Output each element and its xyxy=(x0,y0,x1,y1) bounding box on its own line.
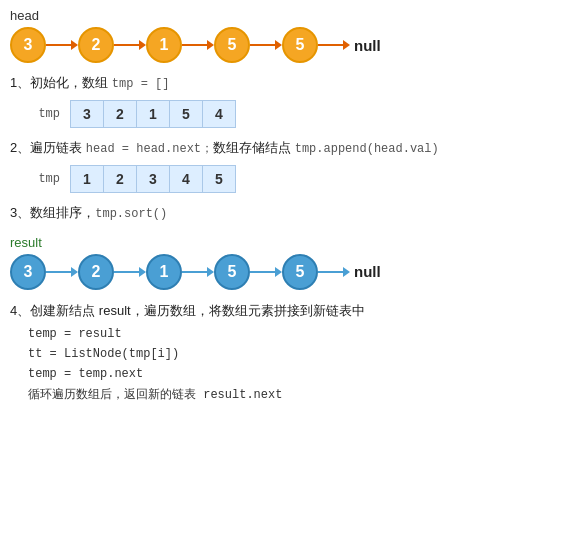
head-label: head xyxy=(10,8,574,23)
step1-array-label: tmp xyxy=(10,107,60,121)
cell-0: 3 xyxy=(70,100,104,128)
cell-4: 5 xyxy=(202,165,236,193)
step1-text: 1、初始化，数组 xyxy=(10,75,112,90)
step2-code1: head = head.next； xyxy=(86,142,213,156)
arrow-2 xyxy=(182,40,214,50)
cell-3: 4 xyxy=(169,165,203,193)
node-4: 5 xyxy=(282,254,318,290)
node-2: 1 xyxy=(146,254,182,290)
arrow-0 xyxy=(46,40,78,50)
step1-desc: 1、初始化，数组 tmp = [] xyxy=(10,73,574,94)
step3-section: 3、数组排序，tmp.sort() xyxy=(10,203,574,224)
step4-section: 4、创建新结点 result，遍历数组，将数组元素拼接到新链表中 temp = … xyxy=(10,300,574,406)
node-4: 5 xyxy=(282,27,318,63)
head-section: head 32155null xyxy=(10,8,574,63)
step4-code-block: temp = resulttt = ListNode(tmp[i])temp =… xyxy=(28,324,574,406)
code-line-0: temp = result xyxy=(28,324,574,344)
blue-linked-list: 32155null xyxy=(10,254,574,290)
step1-array-row: tmp 32154 xyxy=(10,100,574,128)
step1-section: 1、初始化，数组 tmp = [] tmp 32154 xyxy=(10,73,574,128)
arrow-3 xyxy=(250,40,282,50)
cell-2: 3 xyxy=(136,165,170,193)
node-1: 2 xyxy=(78,27,114,63)
code-line-3: 循环遍历数组后，返回新的链表 result.next xyxy=(28,385,574,405)
step2-desc: 2、遍历链表 head = head.next；数组存储结点 tmp.appen… xyxy=(10,138,574,159)
step1-array-cells: 32154 xyxy=(70,100,235,128)
code-line-2: temp = temp.next xyxy=(28,364,574,384)
arrow-4 xyxy=(318,267,350,277)
arrow-1 xyxy=(114,40,146,50)
step2-array-label: tmp xyxy=(10,172,60,186)
node-1: 2 xyxy=(78,254,114,290)
step2-text2: 数组存储结点 xyxy=(213,140,295,155)
step3-desc: 3、数组排序，tmp.sort() xyxy=(10,203,574,224)
cell-2: 1 xyxy=(136,100,170,128)
step3-code: tmp.sort() xyxy=(95,207,167,221)
arrow-4 xyxy=(318,40,350,50)
step2-array-row: tmp 12345 xyxy=(10,165,574,193)
step1-code: tmp = [] xyxy=(112,77,170,91)
cell-1: 2 xyxy=(103,100,137,128)
cell-0: 1 xyxy=(70,165,104,193)
step2-code2: tmp.append(head.val) xyxy=(295,142,439,156)
code-line-1: tt = ListNode(tmp[i]) xyxy=(28,344,574,364)
node-0: 3 xyxy=(10,27,46,63)
result-section: result 32155null xyxy=(10,235,574,290)
step2-section: 2、遍历链表 head = head.next；数组存储结点 tmp.appen… xyxy=(10,138,574,193)
arrow-3 xyxy=(250,267,282,277)
cell-4: 4 xyxy=(202,100,236,128)
step4-main-text: 4、创建新结点 result，遍历数组，将数组元素拼接到新链表中 xyxy=(10,300,574,322)
arrow-1 xyxy=(114,267,146,277)
step2-text1: 2、遍历链表 xyxy=(10,140,86,155)
node-3: 5 xyxy=(214,27,250,63)
result-label: result xyxy=(10,235,574,250)
step4-text: 4、创建新结点 result，遍历数组，将数组元素拼接到新链表中 xyxy=(10,303,365,318)
step3-text: 3、数组排序， xyxy=(10,205,95,220)
arrow-2 xyxy=(182,267,214,277)
null-label: null xyxy=(354,263,381,280)
cell-1: 2 xyxy=(103,165,137,193)
node-0: 3 xyxy=(10,254,46,290)
cell-3: 5 xyxy=(169,100,203,128)
null-label: null xyxy=(354,37,381,54)
orange-linked-list: 32155null xyxy=(10,27,574,63)
node-2: 1 xyxy=(146,27,182,63)
step2-array-cells: 12345 xyxy=(70,165,235,193)
node-3: 5 xyxy=(214,254,250,290)
arrow-0 xyxy=(46,267,78,277)
